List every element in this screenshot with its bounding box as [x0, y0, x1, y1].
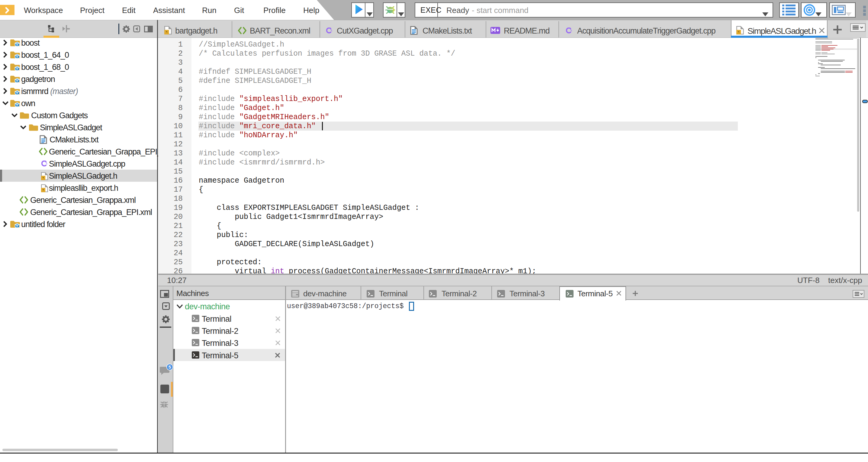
- svg-text:5: 5: [168, 364, 171, 370]
